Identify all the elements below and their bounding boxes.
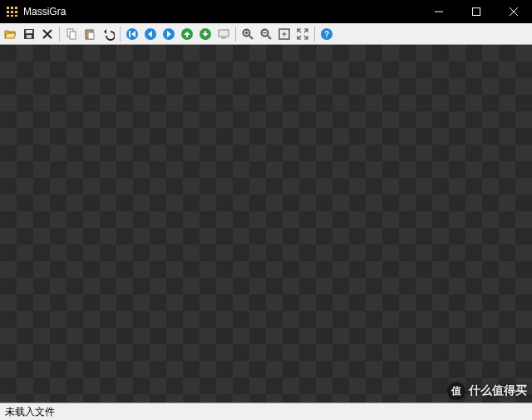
zoom-in-button[interactable]: [239, 25, 257, 43]
app-icon: [7, 7, 18, 17]
paste-button[interactable]: [81, 25, 99, 43]
app-window: MassiGra: [0, 0, 532, 420]
toolbar: ?: [0, 23, 532, 45]
svg-rect-9: [472, 8, 480, 16]
maximize-button[interactable]: [457, 0, 495, 23]
separator: [59, 27, 60, 42]
svg-rect-4: [11, 11, 13, 13]
titlebar: MassiGra: [0, 0, 532, 23]
help-button[interactable]: ?: [318, 25, 336, 43]
separator: [235, 27, 236, 42]
svg-rect-17: [88, 32, 94, 39]
save-button[interactable]: [20, 25, 38, 43]
svg-rect-3: [7, 11, 9, 13]
watermark-badge-icon: 值: [447, 382, 466, 400]
svg-rect-12: [27, 35, 32, 38]
svg-rect-2: [15, 7, 17, 9]
open-button[interactable]: [2, 25, 20, 43]
svg-rect-0: [7, 7, 9, 9]
next-button[interactable]: [160, 25, 178, 43]
status-text: 未载入文件: [5, 405, 55, 419]
statusbar: 未载入文件: [0, 403, 532, 420]
svg-rect-1: [11, 7, 13, 9]
prev-button[interactable]: [141, 25, 160, 43]
folder-down-button[interactable]: [196, 25, 214, 43]
svg-rect-24: [219, 30, 229, 37]
slideshow-button[interactable]: [214, 25, 233, 43]
app-title: MassiGra: [23, 6, 66, 17]
copy-button[interactable]: [62, 25, 81, 43]
folder-up-button[interactable]: [178, 25, 196, 43]
svg-rect-11: [26, 30, 32, 33]
watermark: 值 什么值得买: [447, 382, 527, 400]
undo-button[interactable]: [99, 25, 117, 43]
svg-rect-16: [87, 29, 91, 32]
minimize-button[interactable]: [420, 0, 457, 23]
svg-rect-14: [70, 32, 76, 39]
svg-rect-7: [11, 15, 13, 17]
image-canvas[interactable]: [0, 45, 532, 403]
separator: [314, 27, 315, 42]
delete-button[interactable]: [38, 25, 57, 43]
svg-rect-5: [15, 11, 17, 13]
svg-rect-6: [7, 15, 9, 17]
fit-window-button[interactable]: [275, 25, 293, 43]
separator: [120, 27, 121, 42]
svg-rect-19: [129, 31, 131, 37]
actual-size-button[interactable]: [293, 25, 312, 43]
svg-text:?: ?: [324, 30, 329, 39]
zoom-out-button[interactable]: [257, 25, 275, 43]
watermark-text: 什么值得买: [469, 383, 527, 398]
close-button[interactable]: [495, 0, 532, 23]
first-button[interactable]: [123, 25, 141, 43]
svg-rect-8: [15, 15, 17, 17]
